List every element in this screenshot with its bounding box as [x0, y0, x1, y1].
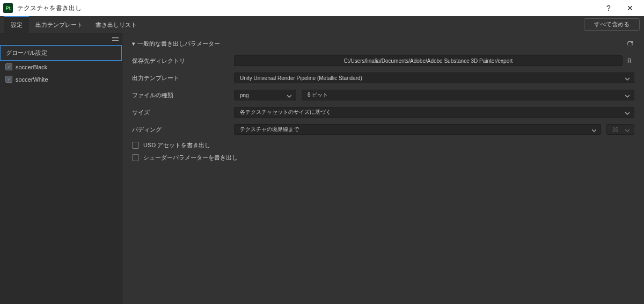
- filetype-dropdown[interactable]: png: [234, 90, 296, 100]
- chevron-down-icon: [625, 76, 630, 81]
- app-icon: Pt: [3, 3, 13, 13]
- texture-set-checkbox[interactable]: [5, 63, 12, 70]
- template-value: Unity Universal Render Pipeline (Metalli…: [240, 75, 362, 81]
- template-dropdown[interactable]: Unity Universal Render Pipeline (Metalli…: [234, 73, 634, 83]
- reset-dir-button[interactable]: R: [625, 57, 634, 64]
- row-padding: パディング テクスチャの境界線まで 16: [132, 124, 634, 135]
- usd-label: USD アセットを書き出し: [143, 141, 210, 149]
- filetype-label: ファイルの種類: [132, 91, 234, 99]
- padding-px-value: 16: [612, 127, 618, 133]
- directory-field[interactable]: C:/Users/linalia/Documents/Adobe/Adobe S…: [234, 55, 623, 66]
- padding-value: テクスチャの境界線まで: [240, 126, 299, 133]
- size-label: サイズ: [132, 108, 234, 117]
- texture-set-item[interactable]: soccerBlack: [0, 61, 122, 73]
- row-shader-export: シェーダーパラメーターを書き出し: [132, 154, 634, 162]
- topbar: 設定 出力テンプレート 書き出しリスト すべて含める: [0, 16, 644, 33]
- padding-px-dropdown: 16: [606, 124, 634, 135]
- tab-export-list[interactable]: 書き出しリスト: [89, 16, 143, 33]
- shader-checkbox[interactable]: [132, 154, 139, 161]
- chevron-down-icon: [625, 128, 630, 132]
- section-title-label: 一般的な書き出しパラメーター: [137, 40, 220, 48]
- row-size: サイズ 各テクスチャセットのサイズに基づく: [132, 107, 634, 118]
- chevron-down-icon: [625, 111, 630, 115]
- bitdepth-dropdown[interactable]: 8 ビット: [302, 90, 634, 100]
- size-value: 各テクスチャセットのサイズに基づく: [240, 108, 331, 116]
- main-panel: ▾ 一般的な書き出しパラメーター 保存先ディレクトリ C:/Users/lina…: [122, 33, 644, 304]
- help-button[interactable]: ?: [598, 0, 619, 16]
- padding-dropdown[interactable]: テクスチャの境界線まで: [234, 124, 601, 135]
- chevron-down-icon: [592, 128, 596, 132]
- template-label: 出力テンプレート: [132, 74, 234, 82]
- size-dropdown[interactable]: 各テクスチャセットのサイズに基づく: [234, 107, 634, 118]
- tab-settings[interactable]: 設定: [4, 16, 29, 33]
- usd-checkbox[interactable]: [132, 142, 139, 149]
- row-usd-export: USD アセットを書き出し: [132, 141, 634, 149]
- reset-button[interactable]: [626, 40, 634, 48]
- padding-label: パディング: [132, 126, 234, 134]
- chevron-down-icon: [625, 93, 630, 98]
- section-title: ▾ 一般的な書き出しパラメーター: [132, 40, 634, 48]
- row-directory: 保存先ディレクトリ C:/Users/linalia/Documents/Ado…: [132, 55, 634, 66]
- chevron-down-icon: [287, 93, 291, 98]
- bitdepth-value: 8 ビット: [308, 91, 328, 99]
- sidebar-toolbar: [0, 33, 122, 45]
- sidebar-header-global[interactable]: グローバル設定: [0, 45, 122, 61]
- directory-label: 保存先ディレクトリ: [132, 57, 234, 65]
- titlebar: Pt テクスチャを書き出し ? ✕: [0, 0, 644, 16]
- shader-label: シェーダーパラメーターを書き出し: [143, 154, 238, 162]
- texture-set-item[interactable]: soccerWhite: [0, 73, 122, 85]
- sidebar: グローバル設定 soccerBlack soccerWhite: [0, 33, 122, 304]
- row-template: 出力テンプレート Unity Universal Render Pipeline…: [132, 73, 634, 83]
- tab-output-templates[interactable]: 出力テンプレート: [29, 16, 89, 33]
- list-menu-icon[interactable]: [112, 37, 119, 41]
- texture-set-checkbox[interactable]: [5, 76, 12, 83]
- texture-set-label: soccerWhite: [16, 76, 48, 83]
- tabs: 設定 出力テンプレート 書き出しリスト: [4, 16, 143, 33]
- include-all-button[interactable]: すべて含める: [584, 18, 640, 31]
- row-filetype: ファイルの種類 png 8 ビット: [132, 90, 634, 100]
- close-button[interactable]: ✕: [619, 0, 641, 16]
- texture-set-label: soccerBlack: [16, 64, 47, 70]
- disclosure-icon[interactable]: ▾: [132, 40, 135, 47]
- window-title: テクスチャを書き出し: [17, 4, 82, 13]
- filetype-value: png: [240, 92, 249, 98]
